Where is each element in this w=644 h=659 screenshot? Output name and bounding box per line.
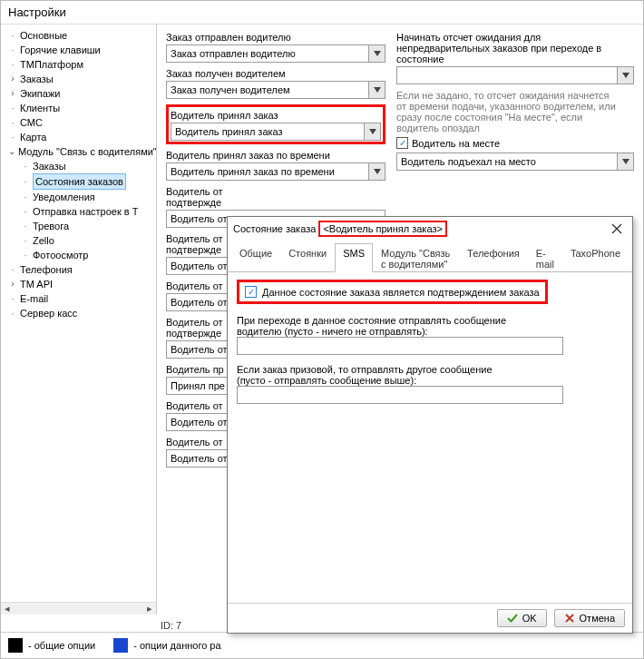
tree-hscrollbar[interactable]: ◂ ▸ [1, 602, 156, 615]
close-button[interactable] [607, 221, 627, 237]
tree-item[interactable]: Отправка настроек в Т [33, 204, 138, 219]
dialog-body: ✓ Данное состояние заказа является подтв… [228, 272, 632, 603]
field-label: Начинать отсчет ожидания для непредварит… [396, 32, 634, 64]
cancel-icon [564, 613, 575, 624]
swatch-blue-icon [113, 638, 128, 653]
sms-driver-input[interactable] [237, 337, 563, 355]
expand-icon[interactable]: › [8, 74, 17, 84]
scroll-right-icon[interactable]: ▸ [143, 604, 156, 615]
tree-item-selected[interactable]: Состояния заказов [33, 173, 126, 190]
tree-item[interactable]: Заказы [33, 159, 66, 173]
chevron-down-icon[interactable] [364, 123, 380, 140]
checkbox-icon[interactable]: ✓ [245, 286, 257, 298]
ok-button[interactable]: OK [497, 609, 547, 627]
field-label: Заказ получен водителем [166, 68, 385, 79]
tab-taxophone[interactable]: TaxoPhone [562, 243, 629, 272]
tree-item[interactable]: TM API [20, 277, 53, 291]
field-label: При переходе в данное состояние отправля… [237, 315, 623, 337]
dialog-title-prefix: Состояние заказа [233, 223, 318, 234]
scroll-left-icon[interactable]: ◂ [1, 604, 14, 615]
field-label: Если заказ призовой, то отправлять друго… [237, 364, 623, 386]
legend-label: - опции данного ра [133, 640, 220, 651]
highlighted-field: Водитель принял заказ Водитель принял за… [166, 104, 385, 144]
checkbox-label: Водитель на месте [412, 138, 500, 149]
dialog-title-highlight: <Водитель принял заказ> [318, 221, 446, 237]
expand-icon[interactable]: › [8, 89, 17, 98]
settings-window: Настройки ·Основные ·Горячие клавиши ·ТМ… [0, 0, 644, 659]
combo-order-sent[interactable]: Заказ отправлен водителю [166, 44, 385, 63]
tree-item[interactable]: E-mail [20, 291, 48, 306]
combo-driver-accepted[interactable]: Водитель принял заказ [171, 123, 381, 141]
tree-item[interactable]: Уведомления [33, 190, 95, 204]
close-icon [611, 223, 622, 234]
checkbox-driver-onsite[interactable]: ✓ Водитель на месте [396, 137, 634, 149]
collapse-icon[interactable]: ⌄ [8, 147, 15, 156]
tree-item[interactable]: Клиенты [20, 101, 60, 115]
legend-footer: - общие опции - опции данного ра [1, 632, 643, 658]
chevron-down-icon[interactable] [368, 45, 385, 62]
tree-item[interactable]: Заказы [20, 72, 54, 86]
settings-tree[interactable]: ·Основные ·Горячие клавиши ·ТМПлатформ ›… [1, 25, 157, 615]
chevron-down-icon[interactable] [368, 163, 385, 180]
tab-stops[interactable]: Стоянки [280, 243, 335, 272]
tab-email[interactable]: E-mail [528, 243, 562, 272]
tree-item[interactable]: Zello [33, 233, 54, 248]
field-label: Заказ отправлен водителю [166, 32, 385, 43]
chevron-down-icon[interactable] [617, 67, 633, 84]
dialog-tabs: Общие Стоянки SMS Модуль "Связь с водите… [228, 242, 632, 272]
chevron-down-icon[interactable] [368, 82, 385, 98]
tree-item[interactable]: Экипажи [20, 86, 60, 101]
tree-item[interactable]: Телефония [20, 262, 73, 277]
tab-sms[interactable]: SMS [335, 243, 373, 272]
tree-item[interactable]: Сервер касс [20, 306, 77, 320]
dialog-footer: OK Отмена [228, 603, 632, 633]
field-label: Водитель принял заказ по времени [166, 150, 385, 161]
tree-item[interactable]: Горячие клавиши [20, 43, 101, 57]
window-title: Настройки [1, 1, 643, 25]
cancel-button[interactable]: Отмена [554, 609, 625, 627]
swatch-black-icon [8, 638, 23, 653]
tree-item[interactable]: Тревога [33, 219, 69, 233]
legend-label: - общие опции [28, 640, 95, 651]
expand-icon[interactable]: › [8, 280, 17, 289]
combo-wait-start-state[interactable] [396, 66, 634, 84]
tab-driver-module[interactable]: Модуль "Связь с водителями" [373, 243, 459, 272]
field-label: Водитель принял заказ [171, 110, 381, 121]
sms-prize-input[interactable] [237, 386, 563, 404]
checkbox-icon[interactable]: ✓ [396, 137, 408, 149]
checkbox-label: Данное состояние заказа является подтвер… [262, 287, 540, 298]
tree-item[interactable]: Карта [20, 130, 46, 144]
hint-text: Если не задано, то отсчет ожидания начне… [396, 90, 634, 133]
check-icon [507, 613, 518, 624]
tree-item[interactable]: ТМПлатформ [20, 57, 83, 72]
combo-order-received[interactable]: Заказ получен водителем [166, 81, 385, 99]
tab-common[interactable]: Общие [231, 243, 280, 272]
combo-driver-accepted-time[interactable]: Водитель принял заказ по времени [166, 162, 385, 181]
tree-item[interactable]: СМС [20, 115, 43, 130]
tree-item[interactable]: Основные [20, 28, 67, 43]
state-dialog: Состояние заказа <Водитель принял заказ>… [227, 216, 633, 634]
dialog-titlebar[interactable]: Состояние заказа <Водитель принял заказ> [228, 217, 632, 241]
confirm-checkbox-wrap[interactable]: ✓ Данное состояние заказа является подтв… [237, 280, 548, 304]
chevron-down-icon[interactable] [617, 153, 633, 170]
field-label: Водитель отподтвержде [166, 186, 385, 208]
tree-item[interactable]: Фотоосмотр [33, 248, 88, 262]
combo-driver-arrived[interactable]: Водитель подъехал на место [396, 152, 634, 171]
tab-telephony[interactable]: Телефония [459, 243, 528, 272]
tree-item[interactable]: Модуль "Связь с водителями" [18, 144, 157, 159]
